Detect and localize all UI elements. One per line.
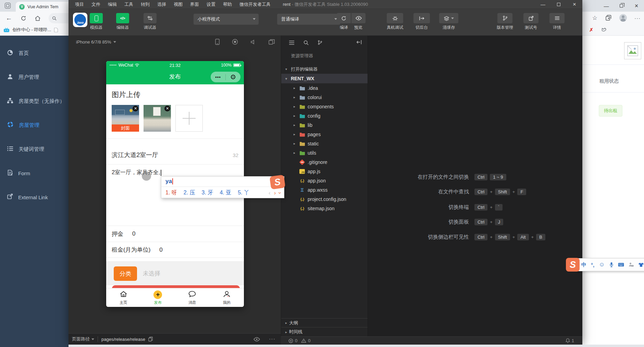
- test-account-button[interactable]: [523, 13, 538, 23]
- photo-cover[interactable]: 封面 ✕: [112, 105, 139, 132]
- details-button[interactable]: [549, 13, 565, 23]
- refresh-button[interactable]: [19, 14, 27, 22]
- tree-row-sitemap.json[interactable]: {..}sitemap.json: [281, 204, 368, 213]
- browser-minimize-button[interactable]: —: [599, 0, 614, 12]
- remote-debug-button[interactable]: [387, 13, 403, 23]
- outline-section[interactable]: ▸大纲: [281, 318, 368, 327]
- sidebar-item-1[interactable]: 用户管理: [0, 65, 69, 89]
- favorites-bar-icon[interactable]: ☆: [592, 14, 597, 22]
- tab-1[interactable]: +发布: [141, 288, 175, 307]
- skin-icon[interactable]: [638, 262, 644, 267]
- deposit-row[interactable]: 押金 0: [106, 226, 244, 242]
- mute-icon[interactable]: [250, 39, 256, 45]
- simulator-button[interactable]: [90, 13, 103, 23]
- copy-icon[interactable]: [148, 337, 153, 342]
- ime-candidate[interactable]: 1. 呀: [165, 189, 177, 196]
- tree-row-app.json[interactable]: {..}app.json: [281, 176, 368, 185]
- browser-restore-button[interactable]: [614, 0, 629, 12]
- menu-item-3[interactable]: 工具: [121, 0, 137, 9]
- account-icon[interactable]: [629, 262, 634, 267]
- sidebar-item-0[interactable]: 首页: [0, 41, 69, 65]
- emoji-icon[interactable]: ☺: [599, 261, 605, 268]
- timeline-section[interactable]: ▸时间线: [281, 327, 368, 336]
- tree-row-components[interactable]: ▸components: [281, 102, 368, 111]
- pagepath-select[interactable]: 页面路径: [72, 336, 94, 342]
- devtools-minimize-button[interactable]: —: [535, 0, 551, 9]
- tree-row-.gitignore[interactable]: .gitignore: [281, 157, 368, 167]
- bookmark-favicon-red[interactable]: ✗: [589, 27, 593, 33]
- debugger-button[interactable]: [144, 13, 157, 23]
- ime-prev-icon[interactable]: ‹: [269, 190, 271, 196]
- ime-candidate[interactable]: 3. 牙: [202, 189, 213, 196]
- menu-item-8[interactable]: 设置: [203, 0, 219, 9]
- menu-item-0[interactable]: 项目: [71, 0, 88, 9]
- panel-git-icon[interactable]: [318, 40, 322, 45]
- browser-close-button[interactable]: ×: [629, 0, 644, 12]
- open-editors-section[interactable]: ▾打开的编辑器: [281, 64, 368, 74]
- ime-punct-icon[interactable]: °,: [591, 262, 594, 268]
- tree-row-utils[interactable]: ▸utils: [281, 148, 368, 157]
- version-button[interactable]: [497, 13, 512, 23]
- rent-row[interactable]: 租金(月为单位) 0: [106, 242, 244, 258]
- menu-item-6[interactable]: 视图: [170, 0, 186, 9]
- compile-mode-select[interactable]: 普通编译: [277, 14, 340, 25]
- preview-button[interactable]: [351, 13, 366, 23]
- collapse-panel-icon[interactable]: [357, 40, 362, 46]
- ime-expand-icon[interactable]: ›: [277, 192, 283, 194]
- mode-select[interactable]: 小程序模式: [194, 14, 259, 25]
- file-list-icon[interactable]: [289, 40, 295, 45]
- add-photo-button[interactable]: [175, 105, 203, 132]
- menu-item-7[interactable]: 界面: [186, 0, 203, 9]
- sogou-logo[interactable]: S: [566, 258, 580, 272]
- devtools-close-button[interactable]: ×: [567, 0, 582, 9]
- preview-eye-icon[interactable]: [253, 337, 260, 342]
- collections-icon[interactable]: [605, 14, 612, 21]
- device-select[interactable]: iPhone 6/7/8 85%: [76, 39, 116, 45]
- devtools-maximize-button[interactable]: [551, 0, 567, 9]
- more-dots-icon[interactable]: •••: [211, 74, 225, 80]
- back-button[interactable]: ←: [5, 14, 13, 22]
- sidebar-item-4[interactable]: 关键词管理: [0, 137, 69, 161]
- description-input[interactable]: 2室一厅，家具齐全,: [112, 169, 161, 176]
- to-background-button[interactable]: [413, 13, 430, 23]
- tree-row-static[interactable]: ▸static: [281, 139, 368, 148]
- more-icon[interactable]: ···: [269, 336, 275, 342]
- capsule-button[interactable]: •••: [211, 72, 240, 82]
- mic-icon[interactable]: [609, 262, 614, 267]
- menu-item-10[interactable]: 微信开发者工具: [236, 0, 274, 9]
- ime-candidate[interactable]: 5. 丫: [238, 189, 249, 196]
- home-button[interactable]: [34, 14, 42, 22]
- project-root[interactable]: ▾RENT_WX: [281, 74, 368, 83]
- profile-avatar[interactable]: [619, 14, 627, 22]
- compile-button[interactable]: [337, 13, 351, 23]
- deposit-value[interactable]: 0: [132, 230, 135, 237]
- tree-row-.idea[interactable]: ▸.idea: [281, 83, 368, 93]
- bilibili-bookmark[interactable]: 创作中心 - 哔哩哔...: [3, 27, 58, 33]
- category-button[interactable]: 分类: [114, 266, 137, 281]
- editor-button[interactable]: </>: [116, 13, 129, 23]
- sidebar-item-3[interactable]: 房屋管理: [0, 113, 69, 137]
- tree-row-colorui[interactable]: ▸colorui: [281, 93, 368, 102]
- house-title-input[interactable]: 滨江大道2室一厅: [112, 151, 158, 159]
- tree-row-lib[interactable]: ▸lib: [281, 120, 368, 130]
- panel-search-icon[interactable]: [304, 40, 309, 45]
- ime-next-icon[interactable]: ›: [274, 190, 276, 196]
- tab-2[interactable]: 消息: [175, 288, 210, 307]
- menu-item-2[interactable]: 编辑: [104, 0, 121, 9]
- menu-item-4[interactable]: 转到: [137, 0, 153, 9]
- photo-2[interactable]: ✕: [144, 105, 171, 132]
- clear-cache-button[interactable]: [439, 13, 458, 23]
- house-title-row[interactable]: 滨江大道2室一厅 32: [106, 146, 244, 165]
- ime-candidate[interactable]: 4. 亚: [220, 189, 231, 196]
- tab-0[interactable]: 主页: [106, 288, 141, 307]
- notification-bell-icon[interactable]: [566, 338, 570, 343]
- bookmark-favicon-bird[interactable]: [602, 27, 607, 33]
- record-icon[interactable]: [232, 39, 238, 45]
- remove-photo-button[interactable]: ✕: [164, 106, 170, 111]
- tab-actions-icon[interactable]: [5, 3, 11, 9]
- menu-item-1[interactable]: 文件: [88, 0, 104, 9]
- sidebar-item-6[interactable]: External Link: [0, 185, 69, 209]
- tab-3[interactable]: 我的: [210, 288, 244, 307]
- tree-row-app.wxss[interactable]: Ξapp.wxss: [281, 185, 368, 194]
- remove-photo-button[interactable]: ✕: [133, 106, 138, 111]
